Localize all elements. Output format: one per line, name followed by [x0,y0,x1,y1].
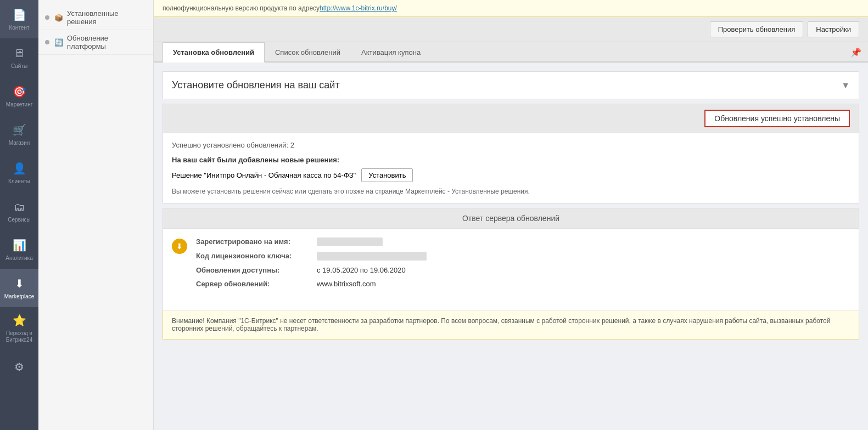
download-icon: ⬇ [172,239,187,254]
warning-top-bar: полнофункциональную версию продукта по а… [154,0,868,17]
menu-label-platform-update: Обновление платформы [67,34,147,50]
registered-label: Зарегистрировано на имя: [196,237,317,246]
sidebar-item-sites[interactable]: 🖥 Сайты [0,38,38,77]
registered-value [317,237,383,246]
server-details: Зарегистрировано на имя: Код лицензионно… [196,237,850,293]
bullet-icon [45,15,49,20]
detail-row-license: Код лицензионного ключа: [196,252,850,261]
detail-row-updates-available: Обновления доступны: с 19.05.2020 по 19.… [196,266,850,274]
server-response-box: Ответ сервера обновлений ⬇ Зарегистриров… [163,208,859,310]
hint-text: Вы можете установить решения сейчас или … [172,188,850,195]
new-solutions-title: На ваш сайт были добавлены новые решения… [172,156,339,164]
marketing-icon: 🎯 [12,84,27,99]
tab-install-updates[interactable]: Установка обновлений [163,42,265,63]
left-panel: 📦 Установленные решения 🔄 Обновление пла… [38,0,154,430]
update-count: Успешно установлено обновлений: 2 [172,141,850,149]
check-updates-button[interactable]: Проверить обновления [710,21,804,37]
success-badge: Обновления успешно установлены [704,110,850,127]
server-response-body: ⬇ Зарегистрировано на имя: Код лицензион… [163,229,859,310]
installed-icon: 📦 [54,13,64,22]
sites-icon: 🖥 [12,46,27,61]
analytics-icon: 📊 [12,237,27,253]
server-row-registered: ⬇ Зарегистрировано на имя: Код лицензион… [172,237,850,293]
sidebar-label-clients: Клиенты [8,178,30,185]
chevron-down-icon[interactable]: ▼ [841,81,850,90]
install-solution-button[interactable]: Установить [361,168,413,182]
sidebar-item-bitrix24[interactable]: ⭐ Переход в Битрикс24 [0,307,38,349]
section-header: Установите обновления на ваш сайт ▼ [163,71,859,99]
menu-item-installed[interactable]: 📦 Установленные решения [38,5,153,30]
sidebar-label-content: Контент [9,25,29,31]
sidebar-label-marketplace: Marketplace [4,293,34,300]
tab-coupon-activation[interactable]: Активация купона [351,42,431,63]
content-icon: 📄 [12,7,27,22]
update-result-box: Обновления успешно установлены Успешно у… [163,104,859,203]
updates-available-value: с 19.05.2020 по 19.06.2020 [317,266,406,274]
new-solutions-label: На ваш сайт были добавлены новые решения… [172,156,850,164]
marketplace-icon: ⬇ [12,276,27,291]
clients-icon: 👤 [12,161,27,176]
solution-row: Решение "Инитпро Онлайн - Облачная касса… [172,168,850,182]
sidebar-item-marketing[interactable]: 🎯 Маркетинг [0,77,38,115]
bottom-warning-text: Внимание! Компания "1С-Битрикс" не несет… [172,317,831,332]
tab-updates-list[interactable]: Список обновлений [265,42,351,63]
update-body: Успешно установлено обновлений: 2 На ваш… [163,133,859,203]
sidebar-label-sites: Сайты [11,63,27,70]
sidebar-item-clients[interactable]: 👤 Клиенты [0,154,38,192]
sidebar-item-settings[interactable]: ⚙ [0,349,38,387]
sidebar-label-bitrix24: Переход в Битрикс24 [3,330,36,343]
menu-label-installed: Установленные решения [67,9,147,26]
sidebar: 📄 Контент 🖥 Сайты 🎯 Маркетинг 🛒 Магазин … [0,0,38,430]
sidebar-item-services[interactable]: 🗂 Сервисы [0,192,38,230]
sidebar-item-shop[interactable]: 🛒 Магазин [0,115,38,154]
sidebar-label-services: Сервисы [8,217,30,223]
main-content: полнофункциональную версию продукта по а… [154,0,868,430]
updates-available-label: Обновления доступны: [196,266,317,274]
bottom-warning: Внимание! Компания "1С-Битрикс" не несет… [163,310,859,340]
sidebar-label-marketing: Маркетинг [6,101,33,108]
sidebar-label-analytics: Аналитика [5,255,33,262]
solution-name: Решение "Инитпро Онлайн - Облачная касса… [172,171,356,179]
bullet-icon-2 [45,40,49,44]
server-label: Сервер обновлений: [196,280,317,288]
license-label: Код лицензионного ключа: [196,252,317,260]
detail-row-registered: Зарегистрировано на имя: [196,237,850,246]
sidebar-label-shop: Магазин [9,140,30,146]
settings-button[interactable]: Настройки [808,21,859,37]
detail-row-server: Сервер обновлений: www.bitrixsoft.com [196,280,850,288]
pin-icon: 📌 [850,47,861,57]
platform-update-icon: 🔄 [54,37,64,47]
server-response-header: Ответ сервера обновлений [163,208,859,229]
menu-item-platform-update[interactable]: 🔄 Обновление платформы [38,30,153,55]
tabs-bar: Установка обновлений Список обновлений А… [154,42,868,63]
section-title: Установите обновления на ваш сайт [172,80,340,91]
sidebar-item-marketplace[interactable]: ⬇ Marketplace [0,269,38,307]
warning-text: полнофункциональную версию продукта по а… [163,4,320,12]
update-success-header: Обновления успешно установлены [163,104,859,133]
content-area: Установите обновления на ваш сайт ▼ Обно… [154,63,868,430]
sidebar-item-analytics[interactable]: 📊 Аналитика [0,230,38,269]
sidebar-item-content[interactable]: 📄 Контент [0,0,38,38]
warning-link[interactable]: http://www.1c-bitrix.ru/buy/ [320,4,397,12]
license-value [317,252,427,261]
top-action-bar: Проверить обновления Настройки [154,17,868,42]
settings-icon: ⚙ [12,359,27,375]
server-value: www.bitrixsoft.com [317,280,376,288]
bitrix24-icon: ⭐ [12,313,27,328]
services-icon: 🗂 [12,199,27,214]
shop-icon: 🛒 [12,122,27,138]
